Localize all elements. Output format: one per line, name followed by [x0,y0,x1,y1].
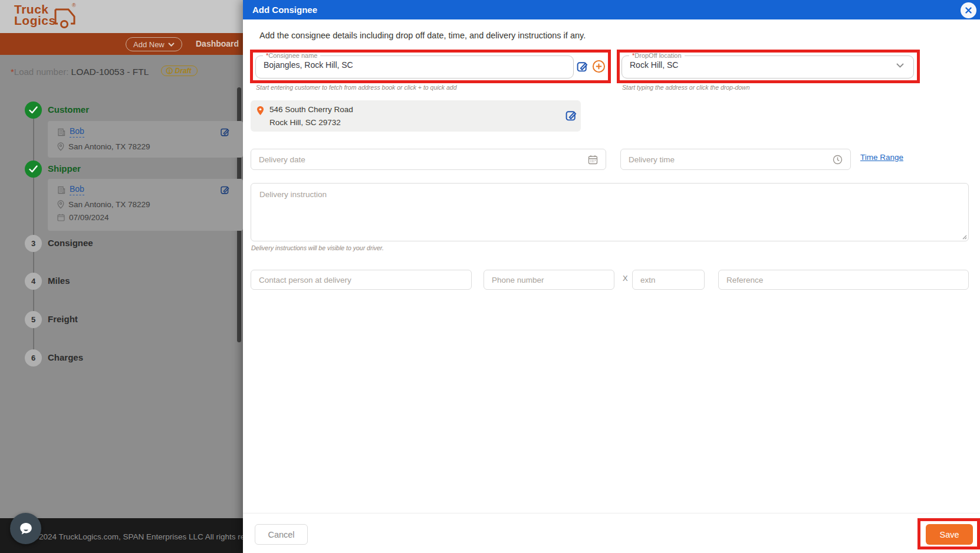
logo-text-line2: Logics [14,15,56,26]
load-number-row: *Load number: LOAD-10053 - FTL Draft [11,66,198,77]
step-customer-check [25,102,42,119]
step-circle-charges: 6 [25,349,42,367]
step-number: 4 [31,277,35,286]
consignee-name-label-text: Consignee name [268,52,317,59]
edit-consignee-button[interactable] [576,60,588,73]
close-icon [965,7,972,14]
building-icon [57,186,65,194]
reference-input[interactable] [719,270,938,289]
edit-pencil-icon [220,185,230,195]
dropoff-location-helper: Start typing the address or click the dr… [622,84,750,91]
edit-customer-button[interactable] [220,127,230,137]
step-circle-miles: 4 [25,273,42,290]
consignee-name-field: *Consignee name [255,52,574,78]
top-logo-bar: Truck Logics ® [0,0,243,33]
step-label-customer[interactable]: Customer [48,104,89,114]
add-new-label: Add New [133,40,165,49]
modal-header: Add Consignee [243,0,980,19]
dropoff-location-field[interactable]: *DropOff location Rock Hill, SC [621,52,914,78]
chat-fab[interactable] [10,513,41,544]
step-number: 5 [31,315,35,324]
load-number-value: LOAD-10053 - FTL [71,67,149,77]
step-label-charges[interactable]: Charges [48,352,83,362]
edit-pencil-icon [220,127,230,137]
edit-pencil-icon [576,60,588,73]
phone-number-field [484,270,614,290]
step-label-freight[interactable]: Freight [48,314,78,324]
edit-address-button[interactable] [565,109,577,122]
extension-separator: X [623,274,628,283]
edit-shipper-button[interactable] [220,185,230,195]
consignee-name-helper: Start entering customer to fetch from ad… [256,84,457,91]
clock-icon [833,155,843,165]
edit-pencil-icon [565,109,577,122]
modal-title: Add Consignee [252,0,317,19]
delivery-instruction-helper: Delivery instructions will be visible to… [251,244,384,251]
modal-footer-divider [243,513,980,513]
trucklogics-logo: Truck Logics ® [14,4,56,26]
delivery-date-input[interactable] [251,149,563,169]
delivery-date-field [251,149,606,170]
dropoff-location-value: Rock Hill, SC [630,60,913,70]
chat-bubble-icon [18,521,34,536]
check-icon [29,165,38,173]
location-pin-icon [57,142,64,151]
calendar-icon [57,214,65,221]
step-label-shipper[interactable]: Shipper [48,163,81,174]
location-pin-icon [57,200,64,209]
extn-input[interactable] [633,270,695,289]
time-range-link[interactable]: Time Range [860,153,903,162]
shipper-pickup-date: 07/09/2024 [69,213,109,222]
phone-number-input[interactable] [484,270,598,289]
dropoff-dropdown-chevron[interactable] [896,63,904,68]
step-circle-freight: 5 [25,311,42,328]
add-new-button[interactable]: Add New [126,37,182,51]
background-page: Truck Logics ® Add New Dashboard *Load n… [0,0,243,553]
dropoff-location-label: *DropOff location [629,52,685,59]
main-navbar: Add New Dashboard [0,33,243,55]
step-number: 3 [31,239,35,248]
customer-summary-card: Bob San Antonio, TX 78229 [48,121,243,158]
step-shipper-check [25,161,42,178]
building-icon [57,128,65,136]
contact-person-field [251,270,472,290]
load-number-label: Load number: [14,67,69,77]
step-number: 6 [31,354,35,362]
contact-person-input[interactable] [251,270,445,289]
chevron-down-icon [168,42,175,47]
shipper-summary-card: Bob San Antonio, TX 78229 07/09/2024 [48,179,243,231]
truck-icon [51,5,78,31]
info-circle-icon [166,67,173,74]
customer-name-link[interactable]: Bob [70,126,84,138]
dropoff-address-card: 546 South Cherry Road Rock Hill, SC 2973… [251,100,581,132]
modal-close-button[interactable] [961,2,976,18]
delivery-time-field [620,149,851,170]
draft-badge-label: Draft [175,67,192,75]
step-circle-consignee: 3 [25,235,42,252]
resize-handle-icon[interactable] [961,234,967,240]
plus-circle-icon [592,60,606,73]
shipper-name-link[interactable]: Bob [70,184,84,195]
time-trigger[interactable] [833,155,843,165]
quick-add-consignee-button[interactable] [592,60,606,73]
extn-field [632,270,705,290]
save-button[interactable]: Save [926,524,973,545]
delivery-instruction-textarea[interactable] [251,184,954,235]
location-pin-icon [256,106,264,116]
delivery-instruction-field [251,183,969,241]
cancel-button[interactable]: Cancel [255,524,308,545]
consignee-name-input[interactable] [264,60,562,70]
step-label-miles[interactable]: Miles [48,276,70,286]
step-label-consignee[interactable]: Consignee [48,238,93,248]
nav-item-dashboard[interactable]: Dashboard [196,39,239,48]
copyright-text: ©2024 TruckLogics.com, SPAN Enterprises … [33,532,243,541]
dropoff-location-label-text: DropOff location [634,52,681,59]
consignee-name-label: *Consignee name [263,52,320,59]
check-icon [29,106,38,114]
draft-status-badge: Draft [161,66,198,76]
calendar-trigger[interactable] [588,155,598,165]
modal-description: Add the consignee details including drop… [259,31,586,40]
delivery-time-input[interactable] [621,149,823,169]
reference-field [718,270,969,290]
calendar-icon [588,155,598,165]
